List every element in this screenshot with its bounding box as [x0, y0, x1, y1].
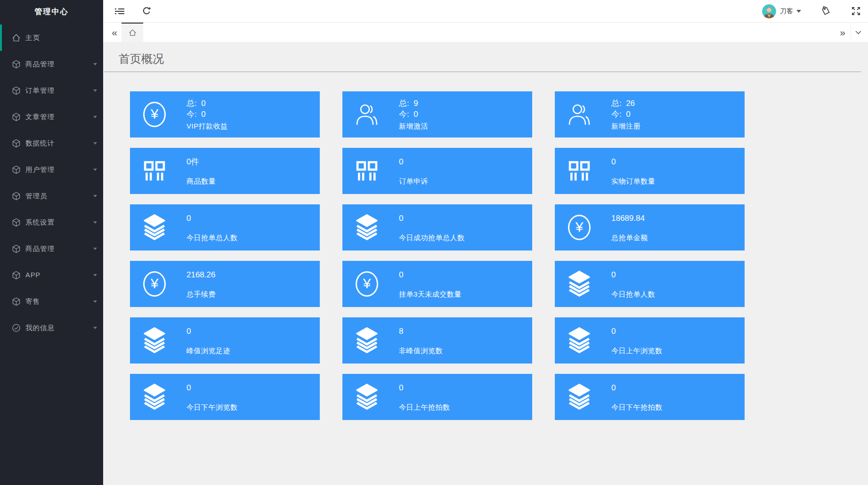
stat-value: 总: 26 — [611, 98, 641, 109]
stat-value: 0 — [187, 326, 230, 337]
stat-label: 今日上午浏览数 — [611, 347, 663, 356]
stat-card: 0 今日成功抢单总人数 — [342, 204, 532, 251]
tabbar: « » — [103, 23, 868, 42]
layers-icon — [355, 327, 379, 354]
sidebar-item-profile[interactable]: 我的信息 — [0, 315, 103, 341]
stat-value: 今: 0 — [187, 109, 228, 120]
yen-circle-icon: ¥ — [143, 102, 166, 127]
stat-value: 0 — [399, 269, 462, 280]
sidebar-item-stats[interactable]: 数据统计 — [0, 130, 103, 156]
sidebar-item-label: 我的信息 — [25, 323, 55, 332]
cube-icon — [12, 86, 21, 95]
layers-icon — [567, 384, 592, 410]
sidebar-item-users[interactable]: 用户管理 — [0, 156, 103, 183]
stat-label: 峰值浏览足迹 — [187, 347, 230, 356]
stat-label: 挂单3天未成交数量 — [399, 290, 462, 299]
stat-value: 18689.84 — [611, 213, 648, 224]
topbar-right-cluster: 刀客 — [762, 4, 868, 18]
shield-check-icon — [12, 323, 21, 332]
sidebar-item-consign[interactable]: 寄售 — [0, 288, 103, 315]
sidebar: 管理中心 主页 商品管理 — [0, 0, 103, 485]
stat-value: 0 — [187, 382, 238, 393]
stat-label: 订单申诉 — [399, 177, 428, 186]
stat-label: 总抢单金额 — [611, 234, 648, 242]
chevron-down-icon — [93, 300, 97, 303]
tag-icon[interactable] — [821, 6, 831, 16]
stat-label: 今日下午浏览数 — [187, 403, 238, 412]
tab-scroll-left-button[interactable]: « — [109, 23, 120, 42]
cube-icon — [12, 165, 21, 174]
chevron-down-icon — [93, 327, 97, 329]
stat-value: 0 — [399, 213, 465, 224]
title-divider — [104, 72, 861, 72]
sidebar-item-home[interactable]: 主页 — [0, 24, 103, 51]
chevron-down-icon — [93, 169, 97, 171]
sidebar-item-articles[interactable]: 文章管理 — [0, 104, 103, 130]
stat-value: 0 — [187, 213, 238, 224]
stat-value: 0 — [611, 326, 663, 337]
sidebar-item-label: 主页 — [25, 33, 40, 42]
sidebar-item-app[interactable]: APP — [0, 262, 103, 288]
tab-home[interactable] — [122, 23, 143, 42]
stat-label: 新增激活 — [399, 122, 428, 131]
app-window: 管理中心 主页 商品管理 — [0, 0, 868, 485]
sidebar-item-label: 数据统计 — [25, 139, 55, 148]
chevron-down-icon — [93, 274, 97, 276]
topbar: 刀客 — [103, 0, 868, 23]
stat-label: 今日成功抢单总人数 — [399, 234, 465, 242]
stat-value: 今: 0 — [399, 109, 428, 120]
home-icon — [12, 33, 21, 42]
sidebar-item-label: 用户管理 — [25, 165, 55, 174]
sidebar-menu: 主页 商品管理 订单管理 — [0, 24, 103, 341]
cube-icon — [12, 271, 21, 280]
sidebar-item-label: 商品管理 — [25, 244, 55, 253]
refresh-icon[interactable] — [142, 7, 151, 16]
sidebar-item-label: 系统设置 — [25, 218, 55, 227]
chevron-down-icon — [93, 221, 97, 224]
cube-icon — [12, 244, 21, 253]
stat-value: 总: 9 — [399, 98, 428, 109]
stat-card: 0 峰值浏览足迹 — [130, 317, 320, 364]
stat-card: 0 今日下午抢拍数 — [555, 374, 745, 420]
layers-icon — [567, 271, 592, 297]
stat-card: ¥ 18689.84 总抢单金额 — [555, 204, 745, 251]
stat-label: 新增注册 — [611, 122, 641, 131]
tab-scroll-right-button[interactable]: » — [837, 23, 848, 42]
stat-value: 0 — [611, 382, 663, 393]
sidebar-item-label: APP — [25, 271, 41, 279]
sidebar-item-goods[interactable]: 商品管理 — [0, 51, 103, 77]
chevron-down-icon — [93, 142, 97, 145]
layers-icon — [355, 214, 379, 241]
layers-icon — [355, 384, 379, 410]
yen-circle-icon: ¥ — [356, 271, 378, 297]
chevron-down-icon — [93, 195, 97, 197]
grid-icon — [355, 159, 379, 183]
stat-card: 总: 26今: 0 新增注册 — [555, 91, 745, 137]
stat-card: 0 实物订单数量 — [555, 148, 745, 194]
menu-fold-icon[interactable] — [114, 8, 125, 15]
stat-card: 8 非峰值浏览数 — [342, 317, 532, 364]
sidebar-item-goods2[interactable]: 商品管理 — [0, 235, 103, 262]
stat-label: 非峰值浏览数 — [399, 347, 443, 356]
stat-label: 商品数量 — [187, 177, 216, 186]
user-name[interactable]: 刀客 — [780, 7, 793, 16]
sidebar-item-orders[interactable]: 订单管理 — [0, 77, 103, 104]
users-icon — [568, 104, 591, 125]
chevron-down-icon — [93, 89, 97, 92]
stat-value: 2168.26 — [187, 269, 216, 280]
caret-down-icon[interactable] — [796, 10, 801, 13]
tab-list-dropdown[interactable] — [852, 23, 864, 42]
fullscreen-icon[interactable] — [852, 7, 860, 16]
sidebar-item-label: 管理员 — [25, 192, 48, 201]
stats-cards: ¥ 总: 0今: 0 VIP打款收益 总: 9今: 0 新增激活 — [130, 91, 745, 420]
stat-label: 实物订单数量 — [611, 177, 655, 186]
avatar[interactable] — [762, 4, 776, 18]
grid-icon — [143, 159, 166, 183]
stat-label: 今日抢单人数 — [611, 290, 655, 299]
sidebar-item-settings[interactable]: 系统设置 — [0, 209, 103, 235]
app-title: 管理中心 — [0, 0, 103, 24]
stat-value: 0 — [611, 156, 655, 167]
sidebar-item-admins[interactable]: 管理员 — [0, 183, 103, 209]
stat-value: 总: 0 — [187, 98, 228, 109]
stat-label: 今日下午抢拍数 — [611, 403, 663, 412]
